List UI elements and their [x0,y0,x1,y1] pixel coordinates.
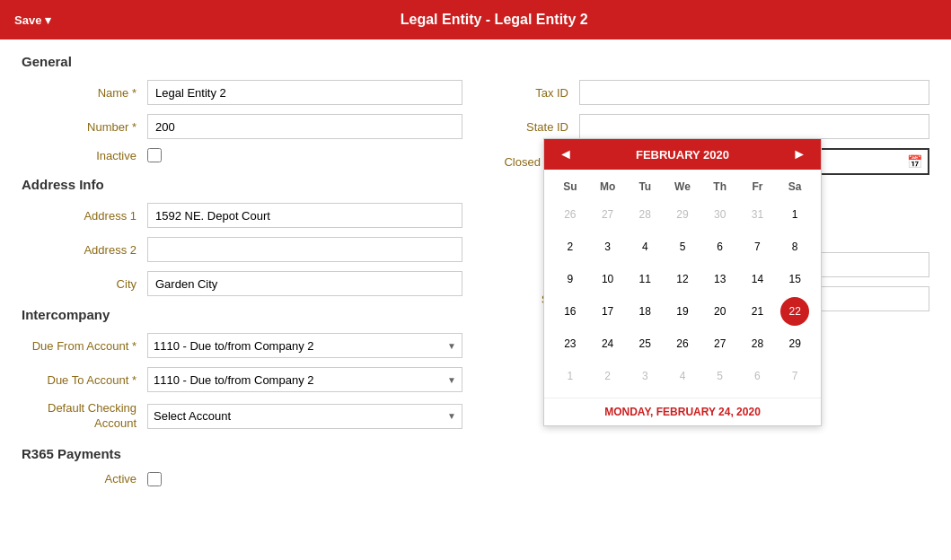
number-row: Number [22,114,462,139]
calendar-day-15[interactable]: 15 [780,265,809,293]
calendar-day-19[interactable]: 19 [668,297,697,326]
default-checking-label: Default Checking Account [22,401,147,432]
calendar-day-28[interactable]: 28 [630,200,659,229]
calendar-day-16[interactable]: 16 [556,297,585,326]
calendar-day-11[interactable]: 11 [630,265,659,293]
address1-label: Address 1 [22,209,147,223]
calendar-day-23[interactable]: 23 [556,329,585,358]
calendar-popup: ◄ FEBRUARY 2020 ► Su Mo Tu We Th Fr Sa [543,138,822,426]
save-button[interactable]: Save ▾ [14,13,51,27]
calendar-day-31[interactable]: 31 [743,200,771,229]
calendar-day-3[interactable]: 3 [630,362,659,390]
calendar-day-9[interactable]: 9 [556,265,585,293]
number-input[interactable] [147,114,462,139]
save-label: Save [14,13,41,27]
app-header: Save ▾ Legal Entity - Legal Entity 2 [0,0,951,39]
calendar-day-10[interactable]: 10 [594,265,622,293]
calendar-header: ◄ FEBRUARY 2020 ► [544,139,821,170]
calendar-day-1[interactable]: 1 [556,362,585,390]
calendar-day-12[interactable]: 12 [668,265,697,293]
inactive-label: Inactive [22,149,147,162]
due-from-row: Due From Account 1110 - Due to/from Comp… [22,333,462,358]
calendar-day-25[interactable]: 25 [630,329,659,358]
name-row: Name [22,80,462,105]
active-checkbox[interactable] [147,472,162,486]
state-id-label: State ID [498,120,579,134]
due-from-select[interactable]: 1110 - Due to/from Company 2 [148,334,442,357]
calendar-day-13[interactable]: 13 [706,265,735,293]
calendar-day-6[interactable]: 6 [743,362,771,390]
state-id-row: State ID [498,114,929,139]
calendar-day-14[interactable]: 14 [743,265,771,293]
calendar-day-27[interactable]: 27 [706,329,735,358]
calendar-grid: Su Mo Tu We Th Fr Sa 2627282930311234567… [544,170,821,398]
city-row: City [22,271,462,296]
save-dropdown-icon: ▾ [45,13,51,27]
default-checking-select[interactable]: Select Account [148,405,442,428]
intercompany-section-title: Intercompany [22,307,462,322]
calendar-day-4[interactable]: 4 [630,232,659,261]
calendar-day-5[interactable]: 5 [668,232,697,261]
calendar-day-2[interactable]: 2 [556,232,585,261]
day-header-fr: Fr [739,177,777,197]
due-to-label: Due To Account [22,373,147,387]
calendar-day-24[interactable]: 24 [594,329,622,358]
calendar-next-button[interactable]: ► [788,146,810,162]
calendar-day-27[interactable]: 27 [594,200,622,229]
tax-id-row: Tax ID [498,80,929,105]
name-input[interactable] [147,80,462,105]
default-checking-dropdown[interactable]: Select Account ▼ [147,404,462,429]
calendar-day-26[interactable]: 26 [668,329,697,358]
calendar-day-20[interactable]: 20 [706,297,735,326]
tax-id-input[interactable] [579,80,929,105]
address2-input[interactable] [147,237,462,262]
due-from-label: Due From Account [22,339,147,353]
state-id-input[interactable] [579,114,929,139]
active-label: Active [22,472,147,486]
address2-row: Address 2 [22,237,462,262]
day-header-su: Su [551,177,589,197]
calendar-day-28[interactable]: 28 [743,329,771,358]
calendar-day-29[interactable]: 29 [780,329,809,358]
city-input[interactable] [147,271,462,296]
calendar-month-label: FEBRUARY 2020 [636,148,729,162]
calendar-day-1[interactable]: 1 [780,200,809,229]
calendar-day-6[interactable]: 6 [706,232,735,261]
inactive-checkbox[interactable] [147,148,162,162]
day-header-tu: Tu [626,177,664,197]
calendar-day-18[interactable]: 18 [630,297,659,326]
address-section-title: Address Info [22,177,462,192]
due-to-row: Due To Account 1110 - Due to/from Compan… [22,367,462,392]
due-from-arrow-icon: ▼ [442,341,462,351]
calendar-day-5[interactable]: 5 [706,362,735,390]
calendar-day-headers: Su Mo Tu We Th Fr Sa [551,177,814,197]
main-content: General Name Number Inactive Address Inf… [0,39,951,560]
name-label: Name [22,86,147,100]
calendar-prev-button[interactable]: ◄ [555,146,577,162]
calendar-day-3[interactable]: 3 [594,232,622,261]
calendar-day-7[interactable]: 7 [780,362,809,390]
calendar-day-22[interactable]: 22 [780,297,809,326]
calendar-day-30[interactable]: 30 [706,200,735,229]
calendar-days: 2627282930311234567891011121314151617181… [551,200,814,390]
calendar-day-7[interactable]: 7 [743,232,771,261]
calendar-icon[interactable]: 📅 [902,154,928,169]
form-right: Tax ID State ID Closed Date 📅 Zip [498,80,929,495]
due-to-dropdown[interactable]: 1110 - Due to/from Company 2 ▼ [147,367,462,392]
form-left: Name Number Inactive Address Info Addres… [22,80,462,495]
calendar-day-29[interactable]: 29 [668,200,697,229]
r365-section-title: R365 Payments [22,446,462,461]
city-label: City [22,277,147,291]
due-from-dropdown[interactable]: 1110 - Due to/from Company 2 ▼ [147,333,462,358]
calendar-day-21[interactable]: 21 [743,297,771,326]
calendar-footer: MONDAY, FEBRUARY 24, 2020 [544,398,821,425]
tax-id-label: Tax ID [498,86,579,100]
calendar-day-4[interactable]: 4 [668,362,697,390]
calendar-day-2[interactable]: 2 [594,362,622,390]
day-header-th: Th [701,177,739,197]
calendar-day-26[interactable]: 26 [556,200,585,229]
address1-input[interactable] [147,203,462,228]
due-to-select[interactable]: 1110 - Due to/from Company 2 [148,368,442,391]
calendar-day-17[interactable]: 17 [594,297,622,326]
calendar-day-8[interactable]: 8 [780,232,809,261]
